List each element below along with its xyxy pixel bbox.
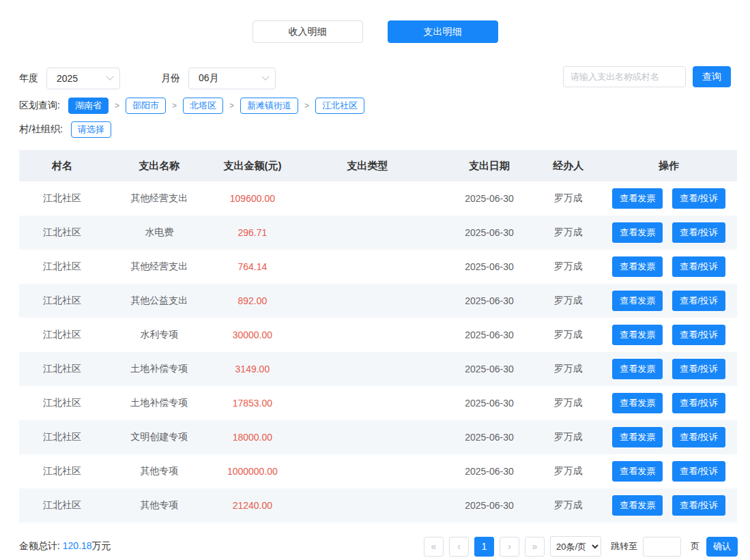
- view-invoice-button[interactable]: 查看发票: [612, 188, 663, 209]
- org-filter-row: 村/社组织: 请选择: [19, 119, 731, 141]
- month-select[interactable]: 06月: [188, 68, 276, 89]
- cell-operator: 罗万成: [536, 284, 601, 318]
- first-page-button[interactable]: «: [424, 537, 444, 557]
- cell-type: [292, 181, 443, 216]
- col-header-type: 支出类型: [292, 150, 443, 181]
- tab-expense-detail[interactable]: 支出明细: [388, 20, 498, 43]
- month-label: 月份: [161, 72, 180, 85]
- total-unit: 万元: [92, 540, 111, 551]
- col-header-actions: 操作: [601, 150, 737, 181]
- view-invoice-button[interactable]: 查看发票: [612, 461, 663, 482]
- region-chip-town[interactable]: 新滩镇街道: [240, 98, 298, 114]
- region-chip-province[interactable]: 湖南省: [68, 98, 109, 114]
- search-button[interactable]: 查询: [693, 66, 731, 87]
- view-complaint-button[interactable]: 查看/投诉: [672, 359, 725, 379]
- org-select-button[interactable]: 请选择: [71, 121, 111, 138]
- tab-income-detail[interactable]: 收入明细: [253, 20, 363, 43]
- cell-date: 2025-06-30: [443, 386, 536, 420]
- view-complaint-button[interactable]: 查看/投诉: [672, 325, 725, 345]
- cell-expense-name: 其他专项: [105, 454, 213, 488]
- view-invoice-button[interactable]: 查看发票: [612, 495, 663, 516]
- cell-date: 2025-06-30: [443, 352, 536, 386]
- cell-expense-name: 其他经营支出: [105, 250, 213, 284]
- cell-amount: 892.00: [213, 284, 292, 318]
- view-complaint-button[interactable]: 查看/投诉: [672, 461, 725, 482]
- cell-actions: 查看发票 查看/投诉: [601, 352, 737, 386]
- view-invoice-button[interactable]: 查看发票: [612, 291, 663, 311]
- total-label: 金额总计:: [19, 540, 60, 551]
- cell-expense-name: 土地补偿专项: [105, 352, 213, 386]
- view-complaint-button[interactable]: 查看/投诉: [672, 188, 725, 209]
- cell-date: 2025-06-30: [443, 420, 536, 454]
- jump-page-input[interactable]: [643, 537, 681, 557]
- view-invoice-button[interactable]: 查看发票: [612, 393, 663, 413]
- view-complaint-button[interactable]: 查看/投诉: [672, 256, 725, 277]
- next-page-button[interactable]: ›: [500, 537, 519, 557]
- col-header-operator: 经办人: [536, 150, 601, 181]
- cell-village: 江北社区: [19, 216, 105, 250]
- detail-tabbar: 收入明细 支出明细: [0, 0, 750, 43]
- cell-type: [292, 420, 443, 454]
- year-select-value: 2025: [57, 73, 78, 84]
- view-invoice-button[interactable]: 查看发票: [612, 325, 663, 345]
- cell-operator: 罗万成: [536, 420, 601, 454]
- cell-type: [292, 454, 443, 488]
- table-row: 江北社区 其他公益支出 892.00 2025-06-30 罗万成 查看发票 查…: [19, 284, 737, 318]
- prev-page-button[interactable]: ‹: [449, 537, 469, 557]
- col-header-date: 支出日期: [443, 150, 536, 181]
- table-footer: 金额总计: 120.18万元 « ‹ 1 › » 20条/页 跳转至 页 确认: [19, 536, 738, 557]
- search-input[interactable]: [563, 66, 686, 87]
- cell-actions: 查看发票 查看/投诉: [601, 420, 737, 454]
- cell-actions: 查看发票 查看/投诉: [601, 284, 737, 318]
- month-select-value: 06月: [199, 72, 219, 85]
- cell-actions: 查看发票 查看/投诉: [601, 216, 737, 250]
- cell-actions: 查看发票 查看/投诉: [601, 181, 737, 216]
- cell-date: 2025-06-30: [443, 318, 536, 352]
- view-complaint-button[interactable]: 查看/投诉: [672, 222, 725, 243]
- cell-actions: 查看发票 查看/投诉: [601, 386, 737, 420]
- cell-village: 江北社区: [19, 386, 105, 420]
- col-header-expense-name: 支出名称: [105, 150, 213, 181]
- year-select[interactable]: 2025: [46, 68, 120, 89]
- region-label: 区划查询:: [19, 100, 60, 112]
- view-complaint-button[interactable]: 查看/投诉: [672, 291, 725, 311]
- page-size-select[interactable]: 20条/页: [550, 536, 601, 557]
- org-label: 村/社组织:: [19, 123, 63, 136]
- table-row: 江北社区 文明创建专项 18000.00 2025-06-30 罗万成 查看发票…: [19, 420, 737, 454]
- view-complaint-button[interactable]: 查看/投诉: [672, 427, 725, 447]
- cell-type: [292, 318, 443, 352]
- view-invoice-button[interactable]: 查看发票: [612, 256, 663, 277]
- expense-table: 村名 支出名称 支出金额(元) 支出类型 支出日期 经办人 操作 江北社区 其他…: [19, 150, 737, 522]
- cell-village: 江北社区: [19, 318, 105, 352]
- view-invoice-button[interactable]: 查看发票: [612, 359, 663, 379]
- cell-operator: 罗万成: [536, 181, 601, 216]
- cell-expense-name: 水利专项: [105, 318, 213, 352]
- cell-actions: 查看发票 查看/投诉: [601, 250, 737, 284]
- table-header-row: 村名 支出名称 支出金额(元) 支出类型 支出日期 经办人 操作: [19, 150, 737, 181]
- pagination: « ‹ 1 › » 20条/页 跳转至 页 确认: [424, 536, 738, 557]
- view-complaint-button[interactable]: 查看/投诉: [672, 495, 725, 516]
- view-complaint-button[interactable]: 查看/投诉: [672, 393, 725, 413]
- expense-table-wrap: 村名 支出名称 支出金额(元) 支出类型 支出日期 经办人 操作 江北社区 其他…: [19, 150, 738, 522]
- region-chip-community[interactable]: 江北社区: [315, 98, 364, 114]
- cell-village: 江北社区: [19, 352, 105, 386]
- cell-expense-name: 其他经营支出: [105, 181, 213, 216]
- cell-expense-name: 土地补偿专项: [105, 386, 213, 420]
- col-header-village: 村名: [19, 150, 105, 181]
- chevron-down-icon: [106, 73, 113, 80]
- region-chip-district[interactable]: 北塔区: [183, 98, 223, 114]
- region-chip-city[interactable]: 邵阳市: [126, 98, 166, 114]
- col-header-amount: 支出金额(元): [213, 150, 292, 181]
- view-invoice-button[interactable]: 查看发票: [612, 427, 663, 447]
- view-invoice-button[interactable]: 查看发票: [612, 222, 663, 243]
- cell-operator: 罗万成: [536, 216, 601, 250]
- cell-date: 2025-06-30: [443, 216, 536, 250]
- cell-type: [292, 352, 443, 386]
- cell-actions: 查看发票 查看/投诉: [601, 318, 737, 352]
- last-page-button[interactable]: »: [525, 537, 545, 557]
- cell-amount: 296.71: [213, 216, 292, 250]
- table-row: 江北社区 其他经营支出 764.14 2025-06-30 罗万成 查看发票 查…: [19, 250, 737, 284]
- confirm-button[interactable]: 确认: [706, 537, 738, 557]
- current-page-button[interactable]: 1: [474, 537, 494, 557]
- cell-expense-name: 文明创建专项: [105, 420, 213, 454]
